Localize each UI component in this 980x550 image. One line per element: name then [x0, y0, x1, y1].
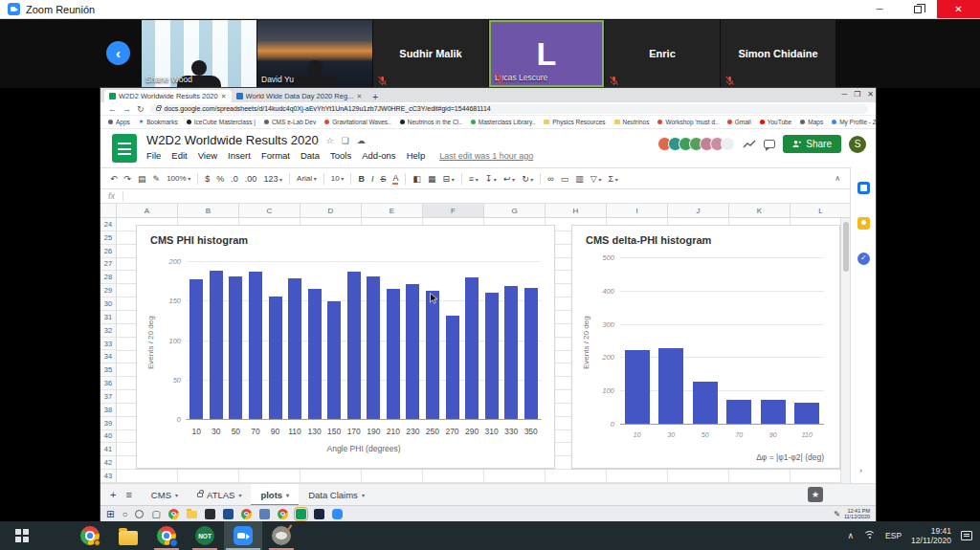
bookmark-item[interactable]: Masterclass Library.. — [471, 119, 535, 125]
mail-icon[interactable] — [259, 509, 270, 519]
start-button[interactable]: ⊞ — [106, 509, 114, 519]
last-edit-link[interactable]: Last edit was 1 hour ago — [439, 151, 533, 161]
row-header-26[interactable]: 26 — [100, 245, 116, 258]
column-header-J[interactable]: J — [668, 204, 729, 217]
menu-view[interactable]: View — [198, 150, 217, 161]
keep-icon[interactable] — [858, 217, 870, 230]
sheet-tab-caret-icon[interactable]: ▾ — [362, 492, 365, 498]
sheet-tab-data-claims[interactable]: Data Claims▾ — [299, 484, 374, 506]
tab-close-icon[interactable]: ✕ — [356, 93, 362, 100]
row-header-35[interactable]: 35 — [100, 363, 116, 377]
increase-decimals-icon[interactable]: .00 — [245, 174, 257, 184]
hidden-icons-chevron[interactable]: ∧ — [847, 531, 854, 540]
bookmark-item[interactable]: Physics Resources — [544, 119, 605, 125]
file-explorer-icon[interactable] — [187, 511, 197, 518]
column-header-H[interactable]: H — [546, 204, 607, 217]
chart-cms-phi-histogram[interactable]: CMS PHI histogram05010015020010305070901… — [136, 225, 555, 469]
column-header-G[interactable]: G — [484, 204, 546, 217]
new-tab-button[interactable]: + — [372, 92, 378, 102]
column-header-B[interactable]: B — [178, 204, 239, 217]
calendar-icon[interactable] — [858, 182, 870, 194]
vertical-scrollbar[interactable] — [840, 218, 850, 483]
chrome-icon[interactable] — [168, 509, 179, 519]
tasks-icon[interactable] — [858, 253, 870, 265]
bookmark-item[interactable]: Maps — [800, 119, 823, 125]
currency-icon[interactable]: $ — [205, 174, 210, 184]
insert-comment-icon[interactable]: ▭ — [561, 174, 569, 184]
fill-color-icon[interactable]: ◧ — [412, 174, 421, 184]
sheets-icon[interactable] — [296, 509, 306, 519]
chrome-icon-slot[interactable] — [71, 521, 109, 550]
paint-format-icon[interactable]: ✎ — [153, 174, 161, 184]
column-header-C[interactable]: C — [239, 204, 301, 217]
app-blue-icon[interactable] — [223, 509, 234, 519]
activity-dashboard-icon[interactable] — [743, 140, 756, 149]
share-button[interactable]: Share — [783, 135, 841, 153]
row-header-28[interactable]: 28 — [100, 271, 116, 284]
font-size-select[interactable]: 10 ▾ — [331, 174, 345, 183]
row-header-40[interactable]: 40 — [100, 430, 116, 444]
row-header-34[interactable]: 34 — [100, 350, 116, 363]
menu-tools[interactable]: Tools — [330, 150, 351, 161]
italic-icon[interactable]: I — [371, 174, 374, 184]
zoom-icon-slot[interactable] — [224, 521, 262, 550]
filter-icon[interactable]: ▽ ▾ — [590, 174, 602, 184]
sheet-tab-caret-icon[interactable]: ▾ — [238, 492, 241, 498]
sheet-tab-atlas[interactable]: ATLAS▾ — [188, 484, 251, 506]
inner-taskbar-clock[interactable]: ✎ 12:41 PM 11/12/2020 — [834, 508, 870, 520]
not-app-icon-slot[interactable]: NOT — [186, 521, 224, 550]
forward-icon[interactable]: → — [122, 104, 131, 114]
row-header-38[interactable]: 38 — [100, 404, 116, 417]
redo-icon[interactable]: ↷ — [124, 174, 132, 184]
functions-icon[interactable]: Σ ▾ — [608, 174, 617, 184]
strikethrough-icon[interactable]: S — [380, 174, 386, 184]
column-header-A[interactable]: A — [117, 204, 178, 217]
undo-icon[interactable]: ↶ — [110, 174, 118, 184]
participant-tile[interactable]: Enric — [605, 20, 720, 87]
browser-tab[interactable]: World Wide Data Day 2020 Reg...✕ — [232, 90, 368, 102]
gimp-icon-slot[interactable] — [262, 521, 301, 550]
row-header-31[interactable]: 31 — [100, 311, 116, 324]
bookmark-item[interactable]: Workshop 'must d.. — [657, 119, 718, 125]
print-icon[interactable]: ▤ — [138, 174, 146, 184]
text-rotate-icon[interactable]: ↻ ▾ — [522, 174, 533, 184]
row-header-37[interactable]: 37 — [100, 390, 116, 404]
column-header-I[interactable]: I — [607, 204, 668, 217]
row-header-42[interactable]: 42 — [100, 456, 116, 470]
document-title[interactable]: W2D2 Worldwide Results 2020 — [146, 133, 319, 147]
star-icon[interactable]: ☆ — [326, 136, 334, 145]
start-button[interactable] — [0, 521, 44, 550]
text-color-icon[interactable]: A — [392, 173, 398, 185]
menu-format[interactable]: Format — [261, 150, 290, 161]
keyboard-language[interactable]: ESP — [885, 531, 902, 540]
decrease-decimals-icon[interactable]: .0 — [231, 174, 238, 184]
bookmark-item[interactable]: YouTube — [760, 119, 792, 125]
collapse-video-strip-button[interactable]: ‹ — [106, 41, 130, 65]
column-header-K[interactable]: K — [729, 204, 791, 217]
address-bar[interactable]: docs.google.com/spreadsheets/d/14kudc4q0… — [150, 104, 868, 114]
formula-bar[interactable]: fx — [100, 189, 850, 204]
participant-tile[interactable]: Shane Wood — [142, 20, 256, 87]
row-header-24[interactable]: 24 — [100, 218, 116, 231]
bookmark-item[interactable]: Neutrinos — [614, 119, 650, 125]
row-header-29[interactable]: 29 — [100, 284, 116, 297]
menu-insert[interactable]: Insert — [228, 150, 251, 161]
column-header-E[interactable]: E — [362, 204, 423, 217]
chrome-icon[interactable] — [278, 509, 288, 519]
sheet-tab-cms[interactable]: CMS▾ — [142, 484, 188, 506]
row-header-39[interactable]: 39 — [100, 417, 116, 430]
percent-icon[interactable]: % — [216, 174, 224, 184]
sheet-tab-caret-icon[interactable]: ▾ — [286, 492, 289, 498]
search-icon[interactable]: ○ — [122, 509, 127, 519]
menu-add-ons[interactable]: Add-ons — [362, 150, 395, 161]
app-dark-icon[interactable] — [205, 509, 215, 519]
font-select[interactable]: Arial ▾ — [297, 174, 317, 183]
bookmark-item[interactable]: Gmail — [727, 119, 751, 125]
row-header-41[interactable]: 41 — [100, 443, 116, 456]
move-folder-icon[interactable]: ❏ — [342, 136, 349, 145]
row-header-33[interactable]: 33 — [100, 338, 116, 351]
participant-tile[interactable]: LLucas Lescure — [489, 20, 604, 87]
chrome-minimize-button[interactable]: ─ — [841, 90, 847, 99]
insert-link-icon[interactable]: ∞ — [547, 174, 553, 184]
minimize-button[interactable]: ─ — [860, 0, 899, 18]
